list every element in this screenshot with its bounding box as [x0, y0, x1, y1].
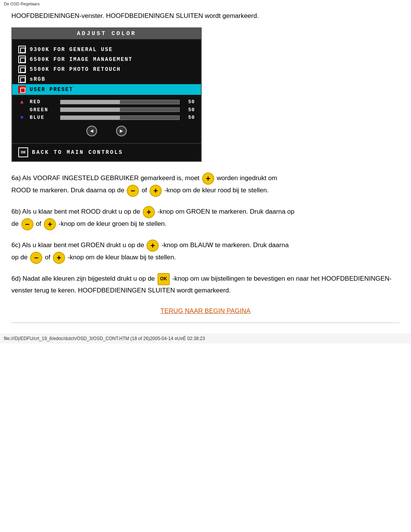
- osd-item-icon-2: [18, 56, 26, 63]
- minus-button-6a[interactable]: −: [127, 185, 139, 197]
- para-6a-text5: -knop om de kleur rood bij te stellen.: [164, 187, 269, 194]
- para-6a-text1: 6a) Als VOORAF INGESTELD GEBRUIKER gemar…: [11, 174, 199, 182]
- osd-item-9300k[interactable]: 9300K FOR GENERAL USE: [18, 45, 195, 54]
- osd-back-label: BACK TO MAIN CONTROLS: [32, 149, 123, 155]
- osd-item-5500k[interactable]: 5500K FOR PHOTO RETOUCH: [18, 64, 195, 74]
- plus-button-6c1[interactable]: +: [147, 240, 159, 252]
- para-6a-text4: of: [142, 187, 147, 194]
- osd-nav-right[interactable]: ▶: [116, 126, 127, 136]
- para-6c-text1: 6c) Als u klaar bent met GROEN drukt u o…: [11, 241, 144, 249]
- osd-blue-value: 50: [183, 115, 195, 120]
- para-6a: 6a) Als VOORAF INGESTELD GEBRUIKER gemar…: [11, 173, 400, 197]
- osd-red-icon: ▲: [18, 99, 26, 105]
- osd-item-srgb[interactable]: sRGB: [18, 74, 195, 84]
- osd-red-value: 50: [183, 99, 195, 105]
- para-6b-text1: 6b) Als u klaar bent met ROOD drukt u op…: [11, 208, 140, 215]
- osd-green-label: GREEN: [30, 107, 56, 113]
- osd-blue-slider-fill: [61, 116, 120, 120]
- osd-item-label-1: 9300K FOR GENERAL USE: [30, 46, 113, 53]
- osd-green-slider-fill: [61, 108, 120, 112]
- para-6b-text4: of: [36, 220, 41, 227]
- osd-item-6500k[interactable]: 6500K FOR IMAGE MANAGEMENT: [18, 54, 195, 64]
- minus-button-6b[interactable]: −: [21, 218, 33, 230]
- osd-user-preset-icon: [18, 86, 26, 93]
- para-6b: 6b) Als u klaar bent met ROOD drukt u op…: [11, 206, 400, 230]
- osd-color-green: GREEN 50: [18, 107, 195, 113]
- footer-text: file:///D|/EDFU/crt_19_6/edoc/dutch/OSD_…: [4, 336, 205, 341]
- osd-blue-icon: ▼: [18, 115, 26, 121]
- osd-user-preset[interactable]: USER PRESET: [12, 84, 201, 95]
- osd-item-icon-4: [18, 75, 26, 83]
- osd-item-label-2: 6500K FOR IMAGE MANAGEMENT: [30, 56, 132, 62]
- ok-button-6d[interactable]: OK: [158, 273, 170, 285]
- osd-green-value: 50: [183, 107, 195, 113]
- plus-button-6b1[interactable]: +: [143, 206, 155, 218]
- osd-color-red: ▲ RED 50: [18, 99, 195, 105]
- para-6c-text2: -knop om BLAUW te markeren. Druk daarna: [161, 241, 288, 249]
- para-6b-text3: de: [11, 220, 19, 227]
- back-link-label: TERUG NAAR BEGIN PAGINA: [161, 307, 251, 315]
- osd-item-label-3: 5500K FOR PHOTO RETOUCH: [30, 66, 121, 72]
- osd-blue-slider[interactable]: [60, 115, 180, 120]
- para-6d: 6d) Nadat alle kleuren zijn bijgesteld d…: [11, 273, 400, 296]
- osd-color-rows: ▲ RED 50 GREEN 50: [18, 95, 195, 121]
- para-6d-text1: 6d) Nadat alle kleuren zijn bijgesteld d…: [11, 275, 155, 282]
- osd-back-icon: OK: [18, 147, 28, 157]
- osd-item-icon-1: [18, 46, 26, 53]
- para-6a-text3: ROOD te markeren. Druk daarna op de: [11, 187, 124, 194]
- osd-item-label-4: sRGB: [30, 76, 46, 82]
- osd-color-blue: ▼ BLUE 50: [18, 115, 195, 121]
- osd-green-slider[interactable]: [60, 107, 180, 112]
- main-content: HOOFDBEDIENINGEN-venster. HOOFDBEDIENING…: [0, 8, 411, 334]
- intro-text: HOOFDBEDIENINGEN-venster. HOOFDBEDIENING…: [11, 11, 400, 21]
- para-6b-text5: -knop om de kleur groen bij te stellen.: [59, 220, 167, 227]
- osd-footer[interactable]: OK BACK TO MAIN CONTROLS: [12, 143, 201, 161]
- osd-red-label: RED: [30, 99, 56, 105]
- para-6c-text4: of: [45, 254, 50, 261]
- plus-button-6c2[interactable]: +: [53, 252, 65, 264]
- osd-title: ADJUST COLOR: [12, 28, 201, 39]
- plus-button-6b2[interactable]: +: [44, 218, 56, 230]
- osd-nav-row: ◀ ▶: [18, 123, 195, 138]
- osd-nav-left[interactable]: ◀: [86, 126, 97, 136]
- footer-bar: file:///D|/EDFU/crt_19_6/edoc/dutch/OSD_…: [0, 334, 411, 343]
- osd-body: 9300K FOR GENERAL USE 6500K FOR IMAGE MA…: [12, 39, 201, 143]
- osd-back-icon-text: OK: [21, 150, 25, 155]
- osd-red-slider[interactable]: [60, 100, 180, 104]
- osd-blue-label: BLUE: [30, 115, 56, 120]
- plus-button-6a1[interactable]: +: [202, 173, 214, 185]
- top-bar-label: De OSD Regelaars: [4, 2, 40, 6]
- para-6c-text3: op de: [11, 254, 28, 261]
- osd-user-preset-label: USER PRESET: [30, 86, 73, 93]
- osd-item-icon-3: [18, 66, 26, 73]
- bottom-rule: [11, 323, 400, 323]
- top-bar: De OSD Regelaars: [0, 0, 411, 8]
- para-6c-text5: -knop om de kleur blauw bij te stellen.: [68, 254, 176, 261]
- osd-red-slider-fill: [61, 100, 120, 104]
- back-to-top-link[interactable]: TERUG NAAR BEGIN PAGINA: [11, 307, 400, 315]
- para-6a-text2: worden ingedrukt om: [217, 174, 277, 182]
- plus-button-6a2[interactable]: +: [150, 185, 162, 197]
- para-6b-text2: -knop om GROEN te markeren. Druk daarna …: [158, 208, 295, 215]
- para-6c: 6c) Als u klaar bent met GROEN drukt u o…: [11, 240, 400, 264]
- minus-button-6c[interactable]: −: [30, 252, 42, 264]
- osd-box: ADJUST COLOR 9300K FOR GENERAL USE 6500K…: [11, 27, 202, 162]
